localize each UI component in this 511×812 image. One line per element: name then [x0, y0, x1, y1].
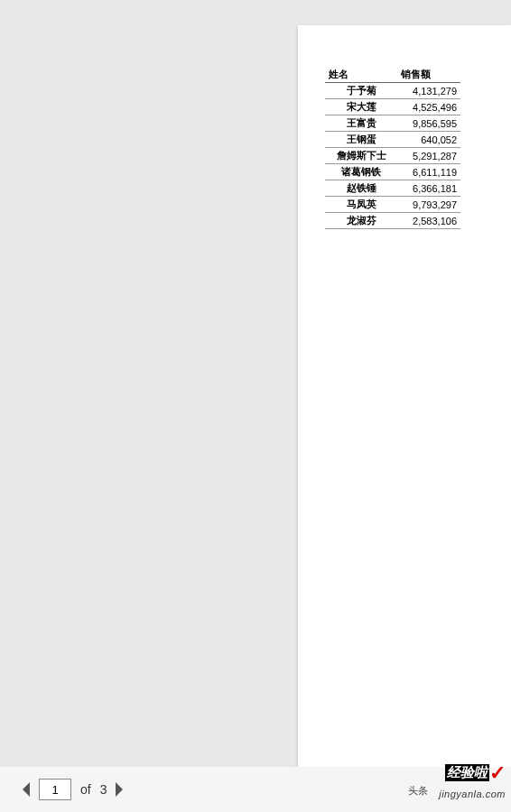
cell-name: 龙淑芬 — [325, 213, 397, 229]
cell-name: 宋大莲 — [325, 99, 397, 115]
cell-sales: 2,583,106 — [397, 213, 460, 229]
table-row: 宋大莲4,525,496 — [325, 99, 460, 115]
cell-sales: 6,366,181 — [397, 180, 460, 197]
chevron-left-icon — [23, 782, 32, 797]
next-page-button[interactable] — [114, 782, 123, 797]
cell-sales: 6,611,119 — [397, 164, 460, 180]
cell-name: 诸葛钢铁 — [325, 164, 397, 180]
table-row: 于予菊4,131,279 — [325, 83, 460, 99]
preview-page: 姓名 销售额 于予菊4,131,279 宋大莲4,525,496 王富贵9,85… — [298, 25, 511, 767]
cell-name: 詹姆斯下士 — [325, 148, 397, 164]
table-row: 王钢蛋640,052 — [325, 132, 460, 148]
pagination-bar: of 3 — [0, 767, 511, 812]
page-number-input[interactable] — [39, 779, 71, 800]
table-row: 王富贵9,856,595 — [325, 115, 460, 132]
print-preview-area: 姓名 销售额 于予菊4,131,279 宋大莲4,525,496 王富贵9,85… — [0, 0, 511, 767]
svg-marker-0 — [23, 782, 30, 797]
cell-sales: 9,856,595 — [397, 115, 460, 132]
cell-name: 王富贵 — [325, 115, 397, 132]
table-header-row: 姓名 销售额 — [325, 67, 460, 83]
table-row: 马凤英9,793,297 — [325, 197, 460, 213]
prev-page-button[interactable] — [23, 782, 32, 797]
header-sales: 销售额 — [397, 67, 460, 83]
svg-marker-1 — [116, 782, 123, 797]
cell-sales: 9,793,297 — [397, 197, 460, 213]
table-row: 赵铁锤6,366,181 — [325, 180, 460, 197]
cell-name: 王钢蛋 — [325, 132, 397, 148]
table-row: 詹姆斯下士5,291,287 — [325, 148, 460, 164]
cell-name: 于予菊 — [325, 83, 397, 99]
table-row: 诸葛钢铁6,611,119 — [325, 164, 460, 180]
cell-sales: 4,525,496 — [397, 99, 460, 115]
chevron-right-icon — [114, 782, 123, 797]
cell-sales: 640,052 — [397, 132, 460, 148]
pager-of-label: of — [80, 782, 91, 797]
sales-table: 姓名 销售额 于予菊4,131,279 宋大莲4,525,496 王富贵9,85… — [325, 67, 460, 229]
header-name: 姓名 — [325, 67, 397, 83]
pager-total: 3 — [100, 782, 107, 797]
cell-sales: 4,131,279 — [397, 83, 460, 99]
cell-name: 赵铁锤 — [325, 180, 397, 197]
table-row: 龙淑芬2,583,106 — [325, 213, 460, 229]
cell-sales: 5,291,287 — [397, 148, 460, 164]
cell-name: 马凤英 — [325, 197, 397, 213]
